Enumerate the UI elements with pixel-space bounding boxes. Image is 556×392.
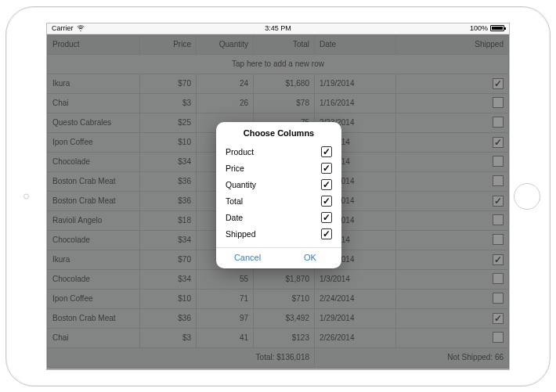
column-option[interactable]: Price [226, 160, 332, 177]
column-option[interactable]: Shipped [226, 226, 332, 243]
home-button[interactable] [514, 183, 540, 210]
choose-columns-popup: Choose Columns ProductPriceQuantityTotal… [216, 122, 341, 268]
column-option-checkbox[interactable] [321, 146, 332, 157]
column-option-checkbox[interactable] [321, 163, 332, 174]
wifi-icon [77, 25, 85, 31]
cancel-button[interactable]: Cancel [216, 253, 279, 262]
popup-title: Choose Columns [216, 122, 341, 142]
column-option-label: Date [226, 213, 243, 222]
column-option[interactable]: Product [226, 144, 332, 160]
column-option-label: Quantity [226, 180, 256, 189]
column-option-label: Total [226, 196, 243, 206]
column-option-label: Product [226, 147, 254, 156]
column-option-checkbox[interactable] [321, 196, 332, 207]
column-option-checkbox[interactable] [321, 179, 332, 190]
screen: Carrier 3:45 PM 100% [46, 23, 510, 370]
camera-icon [23, 193, 29, 199]
column-option[interactable]: Total [226, 193, 332, 210]
status-bar: Carrier 3:45 PM 100% [47, 23, 509, 34]
ok-button[interactable]: OK [279, 253, 341, 262]
battery-pct-label: 100% [470, 24, 488, 32]
clock-label: 3:45 PM [47, 24, 509, 32]
column-option-checkbox[interactable] [321, 228, 332, 239]
column-option-label: Shipped [226, 229, 256, 239]
grid-area: Product Price Quantity Total Date Shippe… [47, 34, 509, 369]
carrier-label: Carrier [52, 24, 74, 32]
column-option-label: Price [226, 164, 244, 173]
column-option[interactable]: Quantity [226, 177, 332, 193]
column-option[interactable]: Date [226, 210, 332, 226]
ipad-frame: Carrier 3:45 PM 100% [5, 6, 551, 387]
column-option-checkbox[interactable] [321, 212, 332, 223]
battery-icon [490, 25, 504, 31]
